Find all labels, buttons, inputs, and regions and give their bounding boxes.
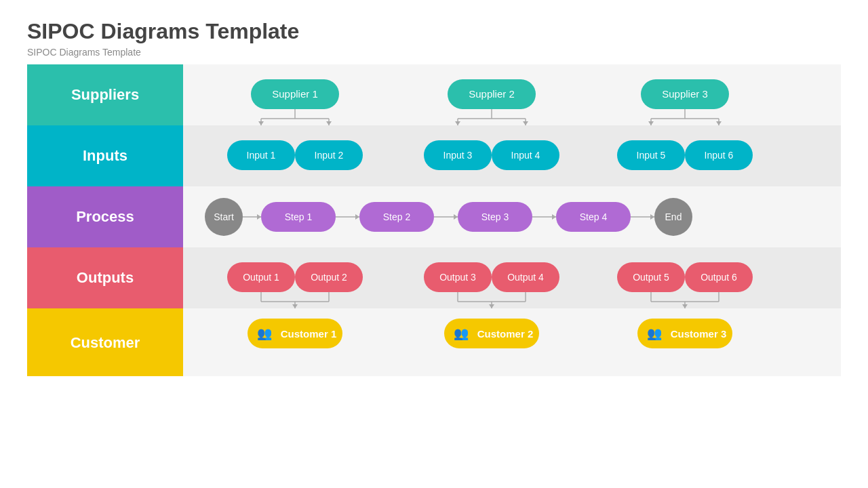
svg-text:End: End <box>665 211 682 222</box>
svg-text:Customer 3: Customer 3 <box>671 328 727 340</box>
svg-text:Output 2: Output 2 <box>311 272 347 283</box>
svg-text:Input 4: Input 4 <box>511 150 540 161</box>
svg-text:Input 1: Input 1 <box>247 150 276 161</box>
page-title: SIPOC Diagrams Template <box>27 19 841 44</box>
svg-text:Input 5: Input 5 <box>637 150 666 161</box>
svg-text:Output 6: Output 6 <box>701 272 737 283</box>
svg-text:Input 3: Input 3 <box>443 150 473 161</box>
sipoc-diagram: Suppliers Inputs Process Outputs Custome… <box>27 64 841 447</box>
svg-text:Outputs: Outputs <box>77 269 134 286</box>
svg-text:👥: 👥 <box>257 326 273 341</box>
svg-text:Output 5: Output 5 <box>633 272 669 283</box>
svg-text:Step 4: Step 4 <box>580 211 608 222</box>
svg-text:Input 6: Input 6 <box>705 150 734 161</box>
svg-text:Start: Start <box>214 211 234 222</box>
svg-text:Suppliers: Suppliers <box>71 86 139 103</box>
svg-text:Customer 2: Customer 2 <box>477 328 534 340</box>
svg-text:Inputs: Inputs <box>83 147 127 164</box>
svg-text:Step 3: Step 3 <box>481 211 509 222</box>
svg-text:Input 2: Input 2 <box>315 150 344 161</box>
svg-text:Output 3: Output 3 <box>439 272 476 283</box>
svg-text:Supplier 3: Supplier 3 <box>662 88 708 100</box>
svg-text:Output 4: Output 4 <box>507 272 544 283</box>
page-subtitle: SIPOC Diagrams Template <box>27 47 841 58</box>
svg-text:Step 1: Step 1 <box>285 211 313 222</box>
svg-text:Supplier 2: Supplier 2 <box>469 88 515 100</box>
svg-text:👥: 👥 <box>454 326 469 341</box>
svg-text:Customer 1: Customer 1 <box>281 328 337 340</box>
svg-text:Process: Process <box>76 208 134 225</box>
svg-text:Step 2: Step 2 <box>383 211 411 222</box>
svg-text:Customer: Customer <box>71 334 140 351</box>
page-header: SIPOC Diagrams Template SIPOC Diagrams T… <box>0 0 868 64</box>
svg-text:Output 1: Output 1 <box>243 272 279 283</box>
svg-text:👥: 👥 <box>647 326 663 341</box>
svg-text:Supplier 1: Supplier 1 <box>272 88 318 100</box>
